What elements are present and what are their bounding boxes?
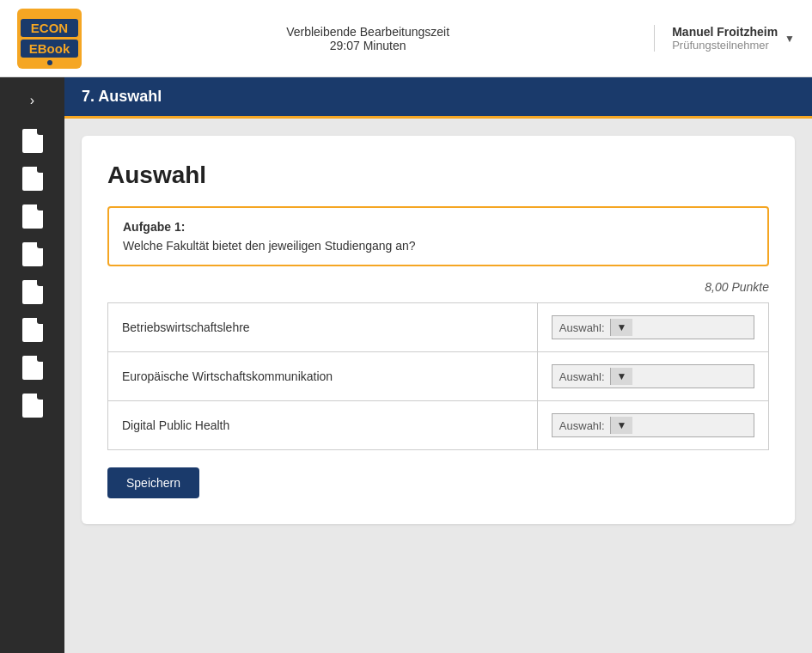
row-label-2: Europäische Wirtschaftskommunikation — [108, 352, 538, 401]
document-icon — [22, 318, 43, 342]
select-dropdown-3[interactable]: ▼ — [610, 417, 633, 434]
select-cell-2: Auswahl: ▼ — [537, 352, 768, 401]
select-container-2[interactable]: Auswahl: ▼ — [552, 364, 754, 388]
select-dropdown-1[interactable]: ▼ — [610, 319, 633, 336]
row-label-1: Betriebswirtschaftslehre — [108, 303, 538, 352]
save-button[interactable]: Speichern — [107, 467, 199, 498]
logo: ECON EBook — [17, 9, 82, 69]
sidebar-toggle[interactable]: › — [0, 86, 64, 115]
document-icon — [22, 242, 43, 266]
table-row: Betriebswirtschaftslehre Auswahl: ▼ — [108, 303, 769, 352]
task-question: Welche Fakultät bietet den jeweiligen St… — [123, 239, 754, 253]
section-header: 7. Auswahl — [64, 77, 812, 119]
header: ECON EBook Verbleibende Bearbeitungszeit… — [0, 0, 812, 77]
document-icon — [22, 204, 43, 229]
logo-top: ECON — [21, 19, 78, 37]
select-dropdown-2[interactable]: ▼ — [610, 368, 633, 385]
sidebar-item-5[interactable] — [15, 275, 50, 309]
task-box: Aufgabe 1: Welche Fakultät bietet den je… — [107, 206, 769, 266]
task-label: Aufgabe 1: — [123, 220, 754, 234]
select-cell-3: Auswahl: ▼ — [537, 401, 768, 450]
logo-dot — [47, 60, 52, 65]
answer-table: Betriebswirtschaftslehre Auswahl: ▼ — [107, 302, 769, 450]
page-content: Auswahl Aufgabe 1: Welche Fakultät biete… — [64, 119, 812, 653]
header-time-label: Verbleibende Bearbeitungszeit — [286, 25, 449, 39]
document-icon — [22, 280, 43, 304]
content-area: 7. Auswahl Auswahl Aufgabe 1: Welche Fak… — [64, 77, 812, 653]
main-layout: › 7. Auswahl Auswahl Aufgabe 1: Welche F… — [0, 77, 812, 653]
select-text-3: Auswahl: — [559, 419, 610, 432]
header-time-value: 29:07 Minuten — [330, 39, 406, 52]
logo-bottom: EBook — [21, 40, 78, 58]
document-icon — [22, 394, 43, 418]
header-user[interactable]: Manuel Froitzheim Prüfungsteilnehmer ▼ — [654, 25, 795, 52]
select-cell-1: Auswahl: ▼ — [537, 303, 768, 352]
sidebar-item-8[interactable] — [15, 388, 50, 423]
sidebar-item-6[interactable] — [15, 313, 50, 347]
table-row: Europäische Wirtschaftskommunikation Aus… — [108, 352, 769, 401]
points-row: 8,00 Punkte — [107, 280, 769, 294]
sidebar-item-2[interactable] — [15, 162, 50, 196]
select-container-1[interactable]: Auswahl: ▼ — [552, 315, 754, 339]
select-text-1: Auswahl: — [559, 321, 610, 334]
sidebar-item-1[interactable] — [15, 124, 50, 158]
row-label-3: Digital Public Health — [108, 401, 538, 450]
card-title: Auswahl — [107, 162, 769, 189]
header-user-name: Manuel Froitzheim — [672, 25, 778, 39]
document-icon — [22, 129, 43, 153]
points-value: 8,00 Punkte — [705, 280, 769, 294]
header-user-role: Prüfungsteilnehmer — [672, 39, 778, 52]
header-center: Verbleibende Bearbeitungszeit 29:07 Minu… — [82, 25, 654, 52]
main-card: Auswahl Aufgabe 1: Welche Fakultät biete… — [82, 136, 795, 524]
header-user-info: Manuel Froitzheim Prüfungsteilnehmer — [672, 25, 778, 52]
sidebar: › — [0, 77, 64, 653]
table-row: Digital Public Health Auswahl: ▼ — [108, 401, 769, 450]
sidebar-item-3[interactable] — [15, 199, 50, 234]
section-title: 7. Auswahl — [82, 88, 162, 105]
document-icon — [22, 167, 43, 191]
chevron-down-icon[interactable]: ▼ — [785, 33, 795, 45]
sidebar-item-7[interactable] — [15, 351, 50, 385]
select-container-3[interactable]: Auswahl: ▼ — [552, 413, 754, 437]
sidebar-item-4[interactable] — [15, 237, 50, 272]
document-icon — [22, 356, 43, 380]
select-text-2: Auswahl: — [559, 370, 610, 383]
